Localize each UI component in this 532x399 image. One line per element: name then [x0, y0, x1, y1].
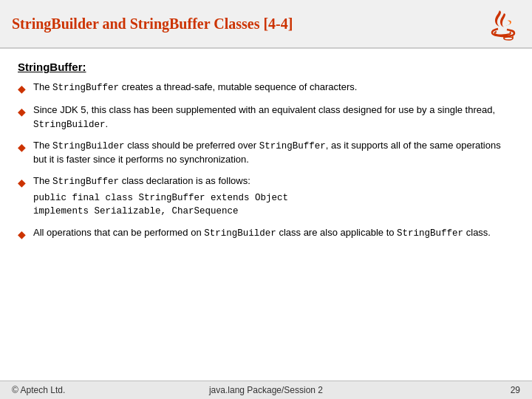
list-item: ◆ The StringBuffer creates a thread-safe…	[18, 81, 514, 96]
code-block: public final class StringBuffer extends …	[33, 191, 514, 218]
page-title: StringBuilder and StringBuffer Classes […	[12, 16, 293, 33]
bullet-icon-4: ◆	[18, 175, 26, 190]
code-inline: StringBuilder	[52, 141, 125, 151]
bullet-text-4: The StringBuffer class declaration is as…	[33, 174, 514, 218]
page-header: StringBuilder and StringBuffer Classes […	[0, 0, 532, 49]
code-line-2: implements Serializable, CharSequence	[33, 205, 514, 218]
page-footer: © Aptech Ltd. java.lang Package/Session …	[0, 381, 532, 399]
code-inline: StringBuffer	[52, 83, 119, 93]
code-inline: StringBuilder	[204, 228, 276, 239]
bullet-text-3: The StringBuilder class should be prefer…	[33, 139, 514, 167]
footer-center: java.lang Package/Session 2	[209, 385, 323, 395]
bullet-text-5: All operations that can be performed on …	[33, 226, 514, 240]
list-item: ◆ All operations that can be performed o…	[18, 226, 514, 242]
bullet-icon-3: ◆	[18, 140, 26, 154]
bullet-icon-2: ◆	[18, 104, 26, 119]
list-item: ◆ The StringBuilder class should be pref…	[18, 139, 514, 167]
list-item: ◆ The StringBuffer class declaration is …	[18, 174, 514, 218]
bullet-text-2: Since JDK 5, this class has been supplem…	[33, 103, 514, 132]
footer-left: © Aptech Ltd.	[12, 385, 65, 395]
bullet-text-1: The StringBuffer creates a thread-safe, …	[33, 81, 514, 95]
list-item: ◆ Since JDK 5, this class has been suppl…	[18, 103, 514, 132]
bullet-icon-1: ◆	[18, 81, 26, 96]
bullet-icon-5: ◆	[18, 227, 26, 242]
bullet-list: ◆ The StringBuffer creates a thread-safe…	[18, 81, 514, 242]
section-title: StringBuffer:	[18, 61, 514, 73]
code-inline: StringBuffer	[259, 141, 326, 151]
code-inline: StringBuffer	[52, 177, 119, 187]
code-inline: StringBuffer	[397, 228, 463, 239]
svg-point-0	[504, 37, 513, 40]
code-inline: StringBuilder	[33, 120, 106, 130]
main-content: StringBuffer: ◆ The StringBuffer creates…	[0, 49, 532, 255]
footer-right: 29	[511, 385, 520, 395]
code-line-1: public final class StringBuffer extends …	[33, 191, 514, 205]
java-logo-icon	[485, 6, 520, 41]
